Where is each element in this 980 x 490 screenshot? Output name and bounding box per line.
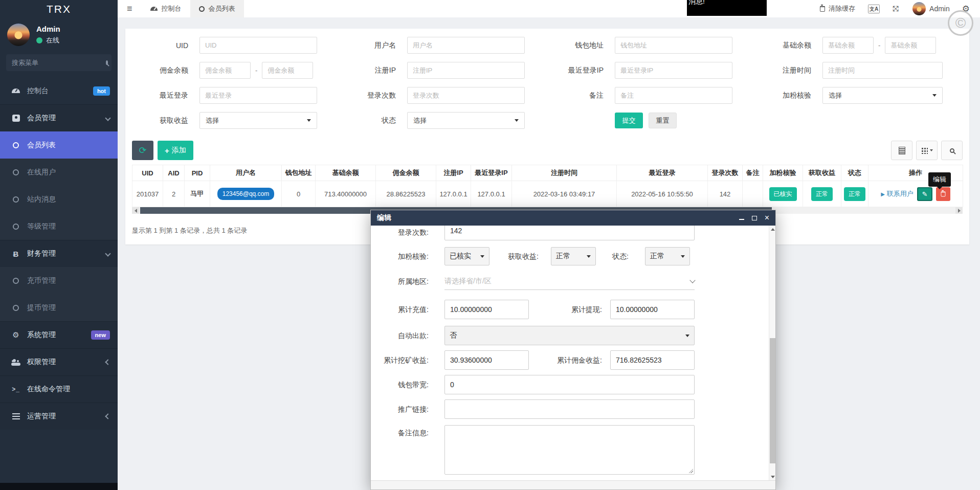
col-header[interactable]: 备注	[743, 165, 763, 181]
wallet-address-input[interactable]	[615, 37, 732, 54]
cell-commission-balance: 28.86225523	[376, 181, 436, 207]
minimize-icon[interactable]	[739, 219, 744, 220]
earn-income-select[interactable]: 选择	[199, 112, 317, 129]
modal-auto-payout-select[interactable]: 否	[444, 326, 695, 345]
filter-label-fans-verify: 加粉核验	[755, 91, 822, 100]
contact-user-link[interactable]: ▶ 联系用户	[881, 189, 914, 198]
sidebar-item-member-list[interactable]: 会员列表	[0, 131, 118, 159]
refresh-button[interactable]: ⟳	[132, 141, 153, 160]
commission-balance-max-input[interactable]	[262, 62, 313, 79]
modal-total-commission-input[interactable]	[610, 350, 695, 370]
reg-time-input[interactable]	[822, 62, 943, 79]
circle-icon	[13, 196, 19, 203]
modal-region-select[interactable]: 请选择省/市/区	[444, 273, 695, 290]
col-header[interactable]: 注册时间	[512, 165, 617, 181]
translate-button[interactable]: 文A	[868, 4, 880, 13]
col-header[interactable]: 加粉核验	[763, 165, 803, 181]
fans-verify-select[interactable]: 选择	[822, 87, 943, 104]
hamburger-menu-button[interactable]: ≡	[118, 0, 142, 17]
col-header[interactable]: 佣金余额	[376, 165, 436, 181]
reset-button[interactable]: 重置	[649, 113, 677, 128]
menu-search-box[interactable]	[6, 54, 112, 71]
close-icon[interactable]: ×	[765, 214, 769, 222]
toggle-view-button[interactable]	[891, 141, 912, 160]
scroll-right-button[interactable]	[955, 207, 963, 214]
sidebar-item-operation-mgmt[interactable]: 运营管理	[0, 403, 118, 430]
modal-login-count-input[interactable]	[444, 226, 695, 240]
clear-cache-button[interactable]: 清除缓存	[820, 4, 855, 13]
commission-balance-min-input[interactable]	[199, 62, 251, 79]
col-header[interactable]: 最近登录	[617, 165, 708, 181]
modal-total-withdraw-input[interactable]	[610, 300, 695, 319]
new-badge: new	[91, 330, 110, 340]
username-badge[interactable]: 123456@qq.com	[217, 188, 275, 200]
tab-dashboard[interactable]: 控制台	[142, 0, 190, 17]
avatar[interactable]	[7, 24, 30, 46]
login-count-input[interactable]	[407, 87, 525, 104]
remark-input[interactable]	[615, 87, 732, 104]
scroll-down-button[interactable]	[769, 473, 775, 480]
reg-ip-input[interactable]	[407, 62, 525, 79]
sidebar-item-system-mgmt[interactable]: ⚙ 系统管理 new	[0, 321, 118, 348]
cell-uid: 201037	[132, 181, 163, 207]
modal-remark-textarea[interactable]	[444, 425, 695, 475]
tab-member-list[interactable]: 会员列表	[190, 0, 244, 17]
col-header[interactable]: AID	[163, 165, 185, 181]
sidebar-item-member-group[interactable]: 会员管理	[0, 104, 118, 131]
edit-row-button[interactable]: ✎	[917, 187, 932, 201]
scroll-left-button[interactable]	[132, 207, 139, 214]
menu-search-input[interactable]	[12, 59, 102, 66]
add-button[interactable]: + 添加	[158, 141, 193, 160]
col-header[interactable]: 用户名	[210, 165, 282, 181]
col-header[interactable]: PID	[185, 165, 210, 181]
resize-grip-icon[interactable]	[688, 469, 693, 473]
sidebar-item-online-users[interactable]: 在线用户	[0, 159, 118, 186]
col-header[interactable]: 获取收益	[803, 165, 841, 181]
base-balance-min-input[interactable]	[822, 37, 874, 54]
maximize-icon[interactable]	[752, 216, 757, 220]
col-header[interactable]: UID	[132, 165, 163, 181]
submit-button[interactable]: 提交	[615, 113, 643, 128]
notification-toast[interactable]: 消息!	[687, 0, 767, 16]
col-header[interactable]: 登录次数	[708, 165, 743, 181]
sidebar-item-permission-mgmt[interactable]: 权限管理	[0, 348, 118, 375]
modal-status-select[interactable]: 正常	[645, 247, 690, 265]
col-header[interactable]: 最近登录IP	[471, 165, 512, 181]
col-header[interactable]: 基础余额	[316, 165, 376, 181]
username-input[interactable]	[407, 37, 525, 54]
sidebar-item-deposit-mgmt[interactable]: 充币管理	[0, 267, 118, 294]
modal-wallet-bandwidth-input[interactable]	[444, 375, 695, 394]
modal-total-recharge-input[interactable]	[444, 300, 529, 319]
status-select[interactable]: 选择	[407, 112, 525, 129]
last-login-input[interactable]	[199, 87, 317, 104]
columns-button[interactable]	[916, 141, 938, 160]
sidebar-item-label: 在线用户	[27, 168, 56, 177]
scroll-up-button[interactable]	[769, 226, 775, 233]
sidebar-item-online-command[interactable]: >_ 在线命令管理	[0, 375, 118, 403]
scrollbar-thumb[interactable]	[770, 338, 775, 463]
col-header[interactable]: 注册IP	[436, 165, 471, 181]
caret-down-icon	[932, 94, 937, 97]
filter-label-commission-balance: 佣金余额	[132, 66, 199, 75]
col-header[interactable]: 钱包地址	[282, 165, 316, 181]
last-login-ip-input[interactable]	[615, 62, 732, 79]
earn-income-badge[interactable]: 正常	[811, 187, 833, 201]
status-badge[interactable]: 正常	[844, 187, 865, 201]
user-menu[interactable]: Admin	[912, 2, 950, 15]
modal-titlebar[interactable]: 编辑 ×	[371, 210, 775, 226]
col-header[interactable]: 状态	[841, 165, 868, 181]
fans-verify-badge[interactable]: 已核实	[769, 187, 797, 201]
table-search-button[interactable]	[941, 141, 963, 160]
uid-input[interactable]	[199, 37, 317, 54]
modal-promo-link-input[interactable]	[444, 399, 695, 419]
sidebar-item-dashboard[interactable]: 控制台 hot	[0, 77, 118, 104]
sidebar-item-site-messages[interactable]: 站内消息	[0, 186, 118, 213]
fullscreen-button[interactable]: ⤢ ⤡	[893, 5, 900, 13]
modal-total-mining-input[interactable]	[444, 350, 529, 370]
modal-scrollbar[interactable]	[769, 226, 775, 480]
sidebar-item-finance-group[interactable]: Ƀ 财务管理	[0, 240, 118, 267]
select-value: 选择	[206, 116, 219, 125]
sidebar-item-level-mgmt[interactable]: 等级管理	[0, 213, 118, 240]
base-balance-max-input[interactable]	[885, 37, 936, 54]
sidebar-item-withdraw-mgmt[interactable]: 提币管理	[0, 294, 118, 321]
